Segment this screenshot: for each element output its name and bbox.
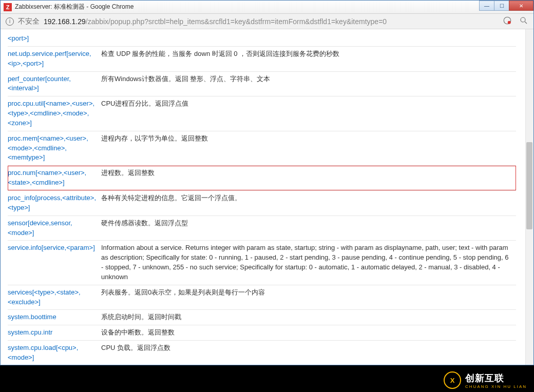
item-description: 列表服务。返回0表示空，如果是列表则是每行一个内容 [101,285,516,310]
svg-point-1 [508,21,511,24]
maximize-button[interactable]: ☐ [494,1,509,11]
item-key-link[interactable]: services[<type>,<state>,<exclude>] [8,288,81,306]
item-key-link[interactable]: service.info[service,<param>] [8,244,95,251]
url-path: /zabbix/popup.php?srctbl=help_items&srcf… [86,17,387,26]
item-key-link[interactable]: proc_info[process,<attribute>,<type>] [8,194,96,211]
minimize-button[interactable]: — [479,1,494,11]
close-button[interactable]: ✕ [509,1,533,11]
svg-line-3 [525,22,527,24]
item-key-link[interactable]: system.cpu.intr [8,328,52,336]
table-row: system.cpu.load[<cpu>,<mode>]CPU 负载。返回浮点… [8,341,516,365]
table-row: proc.cpu.util[<name>,<user>,<type>,<cmdl… [8,96,516,131]
window-title: Zabbixserver: 标准检测器 - Google Chrome [15,3,134,11]
zoom-icon[interactable] [519,16,528,27]
item-description [101,31,516,46]
item-description: 硬件传感器读数。返回浮点型 [101,215,516,241]
item-description: 系统启动时间。返回时间戳 [101,310,516,325]
site-info-icon[interactable]: i [6,17,14,26]
item-key-link[interactable]: system.boottime [8,313,56,321]
item-key-link[interactable]: proc.mem[<name>,<user>,<mode>,<cmdline>,… [8,134,88,162]
translate-icon[interactable] [503,16,512,27]
item-description: CPU 负载。返回浮点数 [101,341,516,365]
insecure-label: 不安全 [18,17,40,26]
table-row: system.boottime系统启动时间。返回时间戳 [8,310,516,325]
table-row: proc_info[process,<attribute>,<type>]各种有… [8,190,516,215]
item-description: 设备的中断数。返回整数 [101,325,516,341]
scrollbar-thumb[interactable] [526,142,532,229]
address-bar: i 不安全 192.168.1.29/zabbix/popup.php?srct… [1,14,533,29]
table-row: perf_counter[counter,<interval>]所有Window… [8,71,516,96]
table-row: <port>] [8,31,516,46]
item-description: 所有Windows计数器值。返回 整形、浮点、字符串、文本 [101,71,516,96]
table-row: proc.mem[<name>,<user>,<mode>,<cmdline>,… [8,131,516,166]
svg-point-2 [521,17,525,22]
item-key-link[interactable]: proc.num[<name>,<user>,<state>,<cmdline>… [8,169,86,186]
titlebar: Z Zabbixserver: 标准检测器 - Google Chrome — … [1,1,533,14]
help-items-table: <port>]net.udp.service.perf[service,<ip>… [8,31,516,365]
item-key-link[interactable]: net.udp.service.perf[service,<ip>,<port>… [8,50,91,67]
item-key-link[interactable]: sensor[device,sensor,<mode>] [8,219,72,237]
favicon: Z [4,3,12,11]
table-row: services[<type>,<state>,<exclude>]列表服务。返… [8,285,516,310]
item-key-link[interactable]: proc.cpu.util[<name>,<user>,<type>,<cmdl… [8,100,94,127]
watermark-subtext: CHUANG XIN HU LIAN [465,384,527,389]
watermark-text: 创新互联 [465,372,527,384]
item-key-link[interactable]: perf_counter[counter,<interval>] [8,75,71,92]
watermark-logo-icon: X [444,371,461,389]
table-row: proc.num[<name>,<user>,<state>,<cmdline>… [8,166,516,191]
page-content: <port>]net.udp.service.perf[service,<ip>… [1,29,533,365]
table-row: net.udp.service.perf[service,<ip>,<port>… [8,46,516,71]
browser-window: Z Zabbixserver: 标准检测器 - Google Chrome — … [0,0,534,365]
item-description: 进程数。返回整数 [101,166,516,191]
url-host: 192.168.1.29 [44,17,86,26]
window-controls: — ☐ ✕ [480,1,533,11]
item-description: 检查 UDP 服务的性能，当服务 down 时返回 0 ，否则返回连接到服务花费… [101,46,516,71]
table-row: service.info[service,<param>]Information… [8,241,516,285]
item-description: CPU进程百分比。返回浮点值 [101,96,516,131]
item-key-link[interactable]: <port>] [8,34,29,42]
item-description: Information about a service. Returns int… [101,241,516,285]
url[interactable]: 192.168.1.29/zabbix/popup.php?srctbl=hel… [44,17,387,26]
item-description: 进程内存，以字节为单位。返回整数 [101,131,516,166]
item-key-link[interactable]: system.cpu.load[<cpu>,<mode>] [8,344,78,361]
table-row: system.cpu.intr设备的中断数。返回整数 [8,325,516,341]
table-row: sensor[device,sensor,<mode>]硬件传感器读数。返回浮点… [8,215,516,241]
item-description: 各种有关特定进程的信息。它返回一个浮点值。 [101,190,516,215]
watermark: X 创新互联 CHUANG XIN HU LIAN [444,371,527,389]
scrollbar-track[interactable] [525,29,533,365]
